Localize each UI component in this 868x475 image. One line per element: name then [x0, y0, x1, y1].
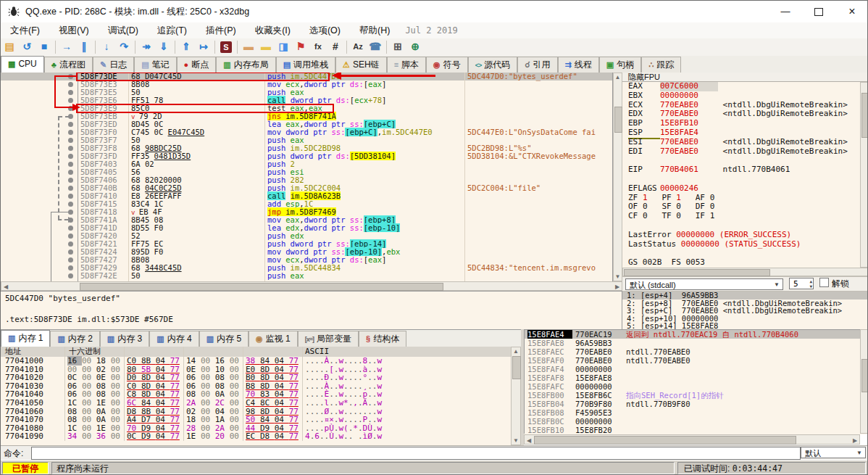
tab-graph[interactable]: ♣流程图: [44, 57, 93, 73]
maximize-button[interactable]: [802, 1, 835, 22]
scroll-down-arrow[interactable]: ▼: [614, 273, 622, 280]
register-row[interactable]: CF 0 TF 0 IF 1: [622, 212, 868, 221]
tab-memory-map[interactable]: ▥内存布局: [216, 57, 275, 73]
tab-references[interactable]: ☌引用: [517, 57, 557, 73]
breakpoint-dot[interactable]: [68, 186, 73, 191]
minimize-button[interactable]: —: [769, 1, 802, 22]
scroll-up-arrow[interactable]: ▲: [614, 74, 622, 80]
attach-button[interactable]: ↦: [195, 38, 212, 54]
stack-row[interactable]: 15E8FAEC770EABE0ntdll.770EABE0: [525, 347, 868, 356]
disasm-hscrollbar[interactable]: ◀ ▶: [1, 281, 622, 291]
menu-item-帮助H[interactable]: 帮助(H): [350, 22, 399, 38]
scroll-thumb[interactable]: [861, 359, 868, 392]
register-row[interactable]: LastStatus 00000000 (STATUS_SUCCESS): [622, 240, 868, 249]
stack-row[interactable]: 15E8FAF0770EABE0ntdll.770EABE0: [525, 356, 868, 365]
breakpoint-dot[interactable]: [68, 154, 73, 159]
stack-row[interactable]: 15E8FB08F45905E3: [525, 408, 868, 417]
open-file-button[interactable]: ▤: [1, 38, 18, 54]
menu-item-调试D[interactable]: 调试(D): [99, 22, 148, 38]
registers-hscrollbar[interactable]: [622, 268, 868, 276]
tab-struct[interactable]: §结构体: [359, 331, 406, 347]
stack-row[interactable]: 15E8FB0015E8FB6C指向SEH_Record[1]的指针: [525, 391, 868, 400]
menu-item-文件F[interactable]: 文件(F): [1, 22, 49, 38]
menu-item-收藏夹I[interactable]: 收藏夹(I): [246, 22, 300, 38]
close-button[interactable]: ×: [835, 1, 868, 22]
stepper-arrows[interactable]: ▲▼: [809, 278, 812, 289]
register-row[interactable]: EIP770B4061 ntdll.770B4061: [622, 165, 868, 175]
internet-button[interactable]: ⊕: [406, 38, 424, 54]
menu-item-插件P[interactable]: 插件(P): [196, 22, 246, 38]
breakpoint-dot[interactable]: [68, 146, 73, 151]
breakpoint-dot[interactable]: [68, 257, 73, 263]
breakpoint-dot[interactable]: [68, 249, 73, 255]
stack-row[interactable]: 15E8FAE4770EAC19返回到 ntdll.770EAC19 自 ntd…: [525, 330, 868, 339]
argument-row[interactable]: 1: [esp+4] 96A59BB3: [622, 292, 868, 300]
script-s-button[interactable]: S: [217, 38, 235, 54]
scroll-thumb[interactable]: [614, 107, 622, 133]
tab-call-stack[interactable]: ▤调用堆栈: [276, 57, 335, 73]
breakpoint-dot[interactable]: [68, 202, 73, 207]
patches-button[interactable]: ▬: [240, 38, 257, 54]
register-row[interactable]: EBP15E8FB10: [622, 119, 868, 128]
breakpoint-dot[interactable]: [68, 194, 73, 199]
comments-button[interactable]: ▬: [257, 38, 275, 54]
scroll-thumb[interactable]: [534, 436, 796, 445]
arguments-pane[interactable]: 1: [esp+4] 96A59BB32: [esp+8] 770EABE0 <…: [622, 291, 868, 329]
register-row[interactable]: EDX770EABE0 <ntdll.DbgUiRemoteBreakin>: [622, 110, 868, 119]
breakpoint-dot[interactable]: [68, 122, 73, 127]
tab-source[interactable]: <>源代码: [468, 57, 518, 73]
run-button[interactable]: →: [58, 38, 75, 54]
stack-row[interactable]: 15E8FB0C00000000: [525, 417, 868, 426]
stack-hscrollbar[interactable]: ◀ ▶: [524, 434, 860, 445]
disassembly-pane[interactable]: 5D8F73DE68 D047C45Dpush im.5DC447D05DC44…: [1, 73, 613, 281]
breakpoint-dot[interactable]: [68, 98, 73, 103]
disasm-vscrollbar[interactable]: ▲ ▼: [613, 73, 622, 281]
tab-threads[interactable]: ⇉线程: [558, 57, 599, 73]
tab-dump-4[interactable]: ▥内存 4: [149, 331, 199, 347]
stack-row[interactable]: 15E8FAE896A59BB3: [525, 339, 868, 347]
dump-pane[interactable]: 7704100016 00 18 00C0 8B 04 7714 00 16 0…: [1, 357, 511, 445]
scroll-down-arrow[interactable]: ▼: [512, 437, 520, 444]
tab-locals[interactable]: [x=]局部变量: [298, 331, 359, 347]
stack-row[interactable]: 15E8FAF815E8FAE8: [525, 373, 868, 382]
breakpoint-dot[interactable]: [68, 226, 73, 231]
tab-script[interactable]: ≡脚本: [387, 57, 426, 73]
step-into-button[interactable]: ↓: [98, 38, 115, 54]
breakpoint-dot[interactable]: [68, 162, 73, 167]
registers-pane[interactable]: EAX007C6000EBX00000000ECX770EABE0 <ntdll…: [622, 82, 868, 268]
pause-button[interactable]: ∥: [75, 38, 93, 54]
breakpoint-dot[interactable]: [68, 138, 73, 143]
breakpoint-dot[interactable]: [68, 130, 73, 135]
assembler-button[interactable]: ☎: [367, 38, 384, 54]
breakpoint-dot[interactable]: [68, 265, 73, 270]
command-profile-select[interactable]: 默认 ▼: [801, 447, 866, 458]
breakpoint-dot[interactable]: [68, 273, 73, 278]
calling-convention-select[interactable]: 默认 (stdcall) ▼: [625, 278, 783, 290]
tab-handles[interactable]: ▣句柄: [599, 57, 641, 73]
scroll-right-arrow[interactable]: ▶: [614, 284, 621, 290]
stack-pane[interactable]: 15E8FAE4770EAC19返回到 ntdll.770EAC19 自 ntd…: [524, 329, 868, 434]
tab-watch-1[interactable]: ◉监视 1: [249, 331, 298, 347]
run-until-expression-button[interactable]: ⇑: [178, 38, 195, 54]
tab-log[interactable]: ✎日志: [93, 57, 134, 73]
scroll-left-arrow[interactable]: ◀: [2, 284, 9, 290]
scroll-thumb[interactable]: [512, 356, 521, 379]
tab-dump-5[interactable]: ▥内存 5: [199, 331, 249, 347]
dump-vscrollbar[interactable]: ▲ ▼: [511, 347, 521, 445]
breakpoint-dot[interactable]: [68, 241, 73, 247]
stack-row[interactable]: 15E8FB04770B9F80ntdll.770B9F80: [525, 400, 868, 408]
labels-button[interactable]: ◨: [275, 38, 292, 54]
scroll-right-arrow[interactable]: ▶: [851, 437, 859, 444]
tab-trace[interactable]: ∴跟踪: [641, 57, 681, 73]
case-convert-button[interactable]: Az: [349, 38, 367, 54]
command-input[interactable]: [31, 447, 801, 460]
disasm-row[interactable]: 5D8F742E50push eax: [1, 272, 612, 280]
close-debuggee-button[interactable]: ■: [36, 38, 53, 54]
scroll-left-arrow[interactable]: ◀: [525, 437, 533, 444]
calculator-button[interactable]: ⊞: [389, 38, 406, 54]
menu-item-追踪T[interactable]: 追踪(T): [148, 22, 196, 38]
step-out-button[interactable]: ⇓: [155, 38, 172, 54]
breakpoint-dot[interactable]: [68, 82, 73, 87]
breakpoint-dot[interactable]: [68, 178, 73, 183]
step-over-button[interactable]: ↷: [115, 38, 133, 54]
